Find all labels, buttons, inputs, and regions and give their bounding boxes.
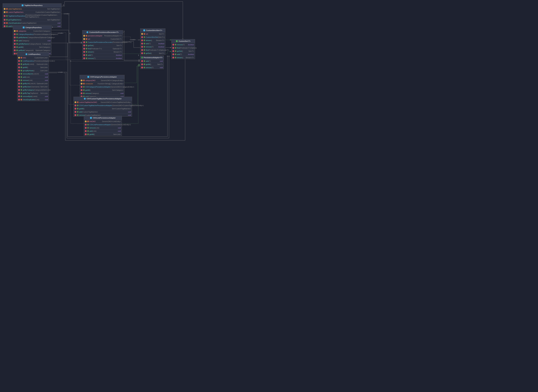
- member-row[interactable]: setSet<T>: [140, 32, 165, 35]
- member-row[interactable]: add(T)boolean: [82, 53, 123, 57]
- member-row[interactable]: CategoryRepository(PersistenceAdapter<Ca…: [13, 33, 52, 36]
- member-row[interactable]: getAll()Set<Category>: [13, 45, 52, 49]
- member-row[interactable]: linksCustomSet<Link>: [17, 56, 49, 59]
- member-name: getSet: [177, 50, 182, 52]
- member-row[interactable]: CSVCategoryPersistenceAdapter(GenericDAO…: [80, 85, 124, 89]
- member-row[interactable]: getByUrl(LinkUrl)Optional<Link>: [17, 82, 49, 85]
- member-row[interactable]: getAll()Set<Link>: [17, 66, 49, 69]
- member-row[interactable]: remove(T)boolean: [82, 57, 123, 60]
- member-row[interactable]: add(Link)void: [84, 129, 122, 133]
- member-row[interactable]: remove(Link)void: [84, 126, 122, 129]
- member-name: add: [89, 130, 92, 132]
- member-row[interactable]: categoryDAOGenericDAO<CategoryEntity>: [80, 79, 124, 82]
- member-row[interactable]: add(Category)void: [13, 39, 52, 42]
- member-row[interactable]: persistenceAdapterPersistenceAdapter<T>: [82, 34, 123, 37]
- member-row[interactable]: getSet()Set<T>: [140, 51, 165, 55]
- member-type: Set<Category>: [112, 89, 124, 91]
- member-row[interactable]: remove(Category)void: [80, 92, 124, 95]
- public-icon: [21, 86, 22, 88]
- class-link-repository[interactable]: LinkRepository linksCustomSet<Link>LinkR…: [17, 52, 49, 101]
- member-row[interactable]: remove(Link)void: [17, 79, 49, 82]
- member-row[interactable]: remove(T)boolean: [140, 45, 165, 48]
- public-icon: [83, 89, 85, 91]
- member-row[interactable]: add(CustomTagMatcher)void: [74, 110, 132, 113]
- class-csv-link[interactable]: CSVLinkPersistenceAdapter linkDAOGeneric…: [84, 116, 122, 136]
- member-row[interactable]: add(Link)void: [17, 75, 49, 79]
- member-row[interactable]: categoriesCustomSet<Category>: [13, 29, 52, 33]
- member-name: add: [19, 40, 21, 42]
- member-row[interactable]: getAll()Set<Link>: [84, 133, 122, 136]
- member-row[interactable]: getById(CategoryId)Optional<Category>: [13, 49, 52, 52]
- member-row[interactable]: getById(LinkId)Optional<Link>: [17, 62, 49, 66]
- method-icon: [83, 48, 85, 50]
- member-row[interactable]: CustomStrictSet(Set<T>): [140, 35, 165, 39]
- member-row[interactable]: removeByUrl(LinkUrl)void: [17, 72, 49, 75]
- member-row[interactable]: customTagMatcherDAOGenericDAO<CustomTagM…: [74, 101, 132, 104]
- member-row[interactable]: LinkRepository(PersistenceAdapter<Link>): [17, 59, 49, 62]
- member-name: getByTag: [23, 92, 30, 94]
- member-row[interactable]: getSet()Set<T>: [82, 44, 123, 47]
- member-row[interactable]: removeById(LinkId)void: [17, 95, 49, 98]
- member-type: Optional<Link>: [37, 83, 48, 84]
- member-row[interactable]: groupByHosts()List<Link>: [17, 69, 49, 72]
- member-row[interactable]: getByName(CategoryName)Optional<Category…: [13, 36, 52, 39]
- class-customset-decorator[interactable]: CustomSetPersistenceDecorator<T> persist…: [82, 30, 123, 60]
- method-icon: [4, 22, 5, 24]
- method-icon: [81, 86, 82, 88]
- private-icon: [83, 83, 85, 84]
- class-csv-category[interactable]: CSVCategoryPersistenceAdapter categoryDA…: [80, 75, 125, 98]
- member-row[interactable]: stream()Stream<T>: [140, 39, 165, 42]
- member-row[interactable]: getByTag(TagName)Set<Link>: [17, 92, 49, 95]
- member-row[interactable]: checkDuplicates(CustomTagMatcher)void: [3, 21, 62, 24]
- member-row[interactable]: getByCategory(CategoryId)Set<Link>: [17, 88, 49, 92]
- member-row[interactable]: CustomSetPersistenceDecorator(Persistenc…: [82, 41, 123, 44]
- member-row[interactable]: add(T)void: [140, 59, 164, 63]
- class-category-repository[interactable]: CategoryRepository categoriesCustomSet<C…: [13, 25, 52, 55]
- field-icon: [4, 11, 5, 13]
- class-custom-set[interactable]: CustomSet<T> remove(T)booleanfind(Predic…: [171, 39, 195, 59]
- member-row[interactable]: remove(T)boolean: [171, 43, 195, 46]
- member-row[interactable]: linkDAOGenericDAO<LinkEntity>: [84, 120, 122, 123]
- member-name: stream: [146, 39, 151, 41]
- member-row[interactable]: CSVCustomTagMatcherPersistenceAdapter(Ge…: [74, 104, 132, 107]
- member-row[interactable]: getSet()Set<T>: [171, 49, 195, 53]
- class-csv-customtag[interactable]: CSVCustomTagMatcherPersistenceAdapter cu…: [73, 97, 132, 117]
- member-name: TagMatcherRepository: [8, 15, 25, 17]
- member-params: (Predicate<T>): [148, 49, 160, 51]
- member-row[interactable]: getAll()Set<Category>: [80, 89, 124, 92]
- class-custom-strict-set[interactable]: CustomStrictSet<T> setSet<T>CustomStrict…: [140, 28, 166, 55]
- member-row[interactable]: add(T)boolean: [171, 53, 195, 56]
- member-row[interactable]: stream()Stream<T>: [171, 56, 195, 59]
- member-params: (Predicate<T>): [91, 48, 102, 50]
- class-persistence-adapter[interactable]: PersistenceAdapter<T> add(T)voidgetAll()…: [140, 56, 164, 69]
- class-tagmatcher-repository[interactable]: TagMatcherRepository staticTagMatchersSe…: [3, 3, 62, 28]
- member-row[interactable]: find(Predicate<T>)Optional<T>: [171, 46, 195, 49]
- member-row[interactable]: getIdByName(CategoryName)CategoryId: [13, 42, 52, 45]
- member-row[interactable]: TagMatcherRepository(PersistenceAdapter<…: [3, 14, 62, 18]
- public-icon: [6, 15, 8, 17]
- member-row[interactable]: remove(T)void: [140, 66, 164, 69]
- member-name: add: [79, 111, 82, 113]
- member-row[interactable]: constuctorFunction<String[], CategoryEnt…: [80, 82, 124, 85]
- member-params: (T): [91, 54, 93, 56]
- member-row[interactable]: customTagMatchersCustomSet<CustomTagMatc…: [3, 10, 62, 14]
- member-params: (Link): [35, 99, 39, 101]
- member-params: (CustomTagMatcher): [21, 22, 36, 24]
- method-icon: [18, 99, 20, 101]
- member-row[interactable]: find(Predicate<T>)Optional<T>: [140, 48, 165, 51]
- member-row[interactable]: CSVLinkPersistenceAdapter(GenericDAO<Lin…: [84, 123, 122, 126]
- class-icon: [25, 53, 27, 55]
- member-row[interactable]: stream()Stream<T>: [82, 50, 123, 53]
- member-row[interactable]: getAll()Set<T>: [140, 63, 164, 66]
- member-row[interactable]: add(T)boolean: [140, 42, 165, 45]
- member-row[interactable]: checkDuplicates(Link)void: [17, 98, 49, 101]
- member-row[interactable]: getTagMatchers()Set<TagMatcher>: [3, 18, 62, 21]
- member-row[interactable]: staticTagMatchersSet<TagMatcher>: [3, 7, 62, 10]
- member-row[interactable]: getByUser(Username)Set<Link>: [17, 85, 49, 88]
- member-row[interactable]: getAll()Set<CustomTagMatcher>: [74, 107, 132, 110]
- member-name: find: [146, 49, 148, 51]
- member-name: getAll: [23, 66, 27, 68]
- member-name: customTagMatchers: [8, 11, 23, 13]
- member-row[interactable]: setCustomSet<T>: [82, 37, 123, 41]
- member-row[interactable]: find(Predicate<T>)Optional<T>: [82, 47, 123, 50]
